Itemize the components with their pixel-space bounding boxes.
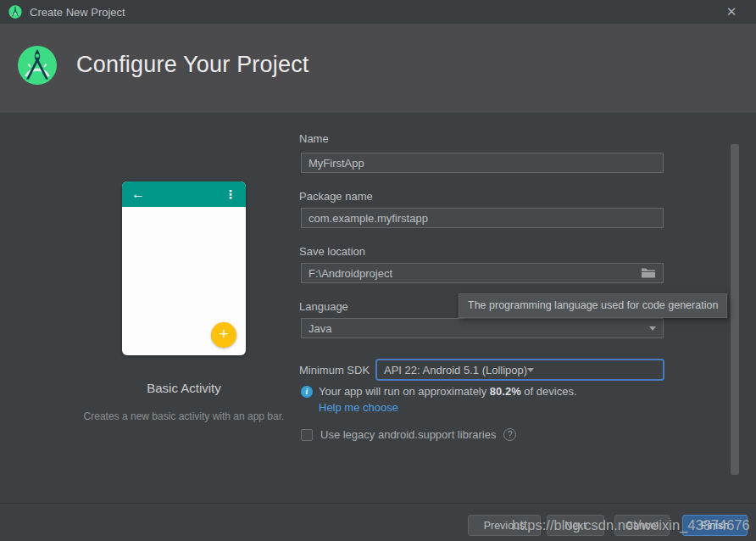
min-sdk-label: Minimum SDK: [299, 364, 370, 376]
sdk-info-row: i Your app will run on approximately 80.…: [301, 385, 577, 398]
next-button[interactable]: Next: [547, 515, 604, 536]
titlebar: Create New Project ✕: [0, 0, 756, 24]
sdk-info-text: Your app will run on approximately: [319, 385, 490, 398]
create-new-project-dialog: Create New Project ✕ Configure Your Proj…: [0, 0, 756, 541]
language-label: Language: [299, 300, 348, 313]
info-icon: i: [301, 386, 313, 398]
chevron-down-icon: [527, 368, 534, 372]
template-name: Basic Activity: [82, 381, 286, 395]
close-icon[interactable]: ✕: [722, 3, 741, 21]
legacy-support-checkbox[interactable]: [301, 429, 313, 441]
save-location-label: Save location: [299, 245, 365, 258]
package-name-label: Package name: [299, 190, 373, 203]
language-tooltip: The programming language used for code g…: [459, 293, 727, 318]
android-studio-icon: [8, 5, 22, 19]
language-value: Java: [309, 322, 649, 335]
package-name-input[interactable]: com.example.myfirstapp: [301, 208, 664, 228]
vertical-scrollbar-thumb[interactable]: [731, 144, 739, 475]
name-label: Name: [299, 132, 329, 145]
sdk-info-percent: 80.2%: [490, 385, 521, 398]
sdk-info-suffix: of devices.: [521, 385, 577, 398]
footer-divider: [0, 503, 756, 504]
help-me-choose-link[interactable]: Help me choose: [319, 401, 398, 414]
page-title: Configure Your Project: [76, 52, 309, 78]
wizard-header: Configure Your Project: [0, 24, 756, 113]
previous-button[interactable]: Previous: [468, 515, 541, 536]
min-sdk-dropdown[interactable]: API 22: Android 5.1 (Lollipop): [375, 359, 664, 381]
android-studio-logo: [17, 45, 58, 86]
package-name-value: com.example.myfirstapp: [309, 212, 656, 225]
save-location-input[interactable]: F:\Androidproject: [301, 263, 664, 283]
finish-button[interactable]: Finish: [682, 515, 748, 536]
language-dropdown[interactable]: Java: [301, 318, 664, 338]
overflow-menu-icon: ⋮: [225, 188, 236, 200]
legacy-support-row: Use legacy android.support libraries ?: [301, 428, 516, 441]
name-value: MyFirstApp: [309, 157, 656, 170]
legacy-support-label: Use legacy android.support libraries: [320, 428, 496, 441]
template-description: Creates a new basic activity with an app…: [57, 410, 311, 422]
help-question-icon[interactable]: ?: [503, 428, 516, 441]
min-sdk-value: API 22: Android 5.1 (Lollipop): [384, 364, 527, 376]
save-location-value: F:\Androidproject: [309, 267, 641, 280]
fab-plus-icon: +: [211, 322, 236, 348]
folder-browse-icon[interactable]: [641, 267, 656, 279]
window-title: Create New Project: [30, 6, 125, 19]
back-arrow-icon: ←: [131, 187, 145, 201]
name-input[interactable]: MyFirstApp: [301, 153, 664, 173]
cancel-button[interactable]: Cancel: [614, 515, 670, 536]
preview-app-bar: ← ⋮: [122, 181, 246, 207]
activity-preview: ← ⋮ +: [122, 181, 246, 355]
chevron-down-icon: [649, 326, 656, 331]
